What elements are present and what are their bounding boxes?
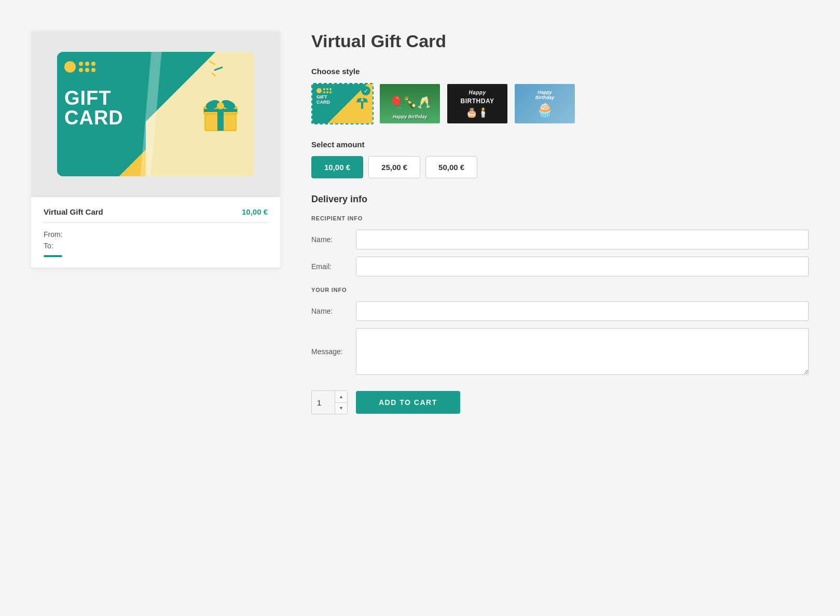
to-label: To: xyxy=(44,242,268,250)
recipient-name-input[interactable] xyxy=(356,230,809,249)
card-info-box: Virtual Gift Card 10,00 € From: To: xyxy=(31,197,280,268)
amount-button-10[interactable]: 10,00 € xyxy=(311,156,363,178)
message-label: Message: xyxy=(311,347,348,356)
gift-card-preview-image: GIFT CARD xyxy=(57,52,254,176)
your-info-label: YOUR INFO xyxy=(311,287,809,293)
card-preview-box: GIFT CARD xyxy=(31,31,280,197)
delivery-info-title: Delivery info xyxy=(311,194,809,205)
style-option-giftcard[interactable]: GIFTCARD ✓ xyxy=(311,83,374,124)
message-input[interactable] xyxy=(356,328,809,375)
add-to-cart-button[interactable]: ADD TO CART xyxy=(356,391,460,414)
amount-grid: 10,00 € 25,00 € 50,00 € xyxy=(311,156,809,178)
recipient-email-input[interactable] xyxy=(356,257,809,276)
quantity-value: 1 xyxy=(317,398,321,407)
style-option-birthday3[interactable]: HappyBirthday 🧁 xyxy=(514,83,576,124)
card-info-bar xyxy=(44,255,62,257)
product-title: Virtual Gift Card xyxy=(311,31,809,51)
sender-name-input[interactable] xyxy=(356,301,809,321)
sender-name-label: Name: xyxy=(311,307,348,315)
recipient-name-row: Name: xyxy=(311,230,809,249)
card-price: 10,00 € xyxy=(242,207,268,216)
card-name: Virtual Gift Card xyxy=(44,207,103,216)
from-label: From: xyxy=(44,230,268,239)
page-container: GIFT CARD xyxy=(31,21,809,414)
style-option-birthday2[interactable]: Happy BIRTHDAY 🎂🕯️ xyxy=(446,83,508,124)
right-panel: Virtual Gift Card Choose style xyxy=(311,31,809,414)
left-panel: GIFT CARD xyxy=(31,31,280,414)
selected-check-icon: ✓ xyxy=(361,86,370,95)
sender-name-row: Name: xyxy=(311,301,809,321)
style-grid: GIFTCARD ✓ xyxy=(311,83,809,124)
amount-button-25[interactable]: 25,00 € xyxy=(368,156,420,178)
amount-button-50[interactable]: 50,00 € xyxy=(425,156,477,178)
cart-row: 1 ▲ ▼ ADD TO CART xyxy=(311,390,809,414)
quantity-down-button[interactable]: ▼ xyxy=(335,403,347,414)
svg-point-6 xyxy=(217,102,224,109)
message-row: Message: xyxy=(311,328,809,375)
quantity-stepper[interactable]: 1 ▲ ▼ xyxy=(311,390,348,414)
recipient-name-label: Name: xyxy=(311,235,348,244)
recipient-email-row: Email: xyxy=(311,257,809,276)
recipient-email-label: Email: xyxy=(311,262,348,271)
select-amount-label: Select amount xyxy=(311,140,809,149)
recipient-info-label: RECIPIENT INFO xyxy=(311,215,809,221)
choose-style-label: Choose style xyxy=(311,67,809,76)
style-option-birthday1[interactable]: 🎈🍾🥂 Happy Birthday xyxy=(379,83,441,124)
svg-point-13 xyxy=(361,99,364,102)
card-info-header-row: Virtual Gift Card 10,00 € xyxy=(44,207,268,223)
qty-arrows: ▲ ▼ xyxy=(335,391,347,414)
your-info-section: YOUR INFO Name: Message: xyxy=(311,287,809,375)
quantity-up-button[interactable]: ▲ xyxy=(335,391,347,403)
